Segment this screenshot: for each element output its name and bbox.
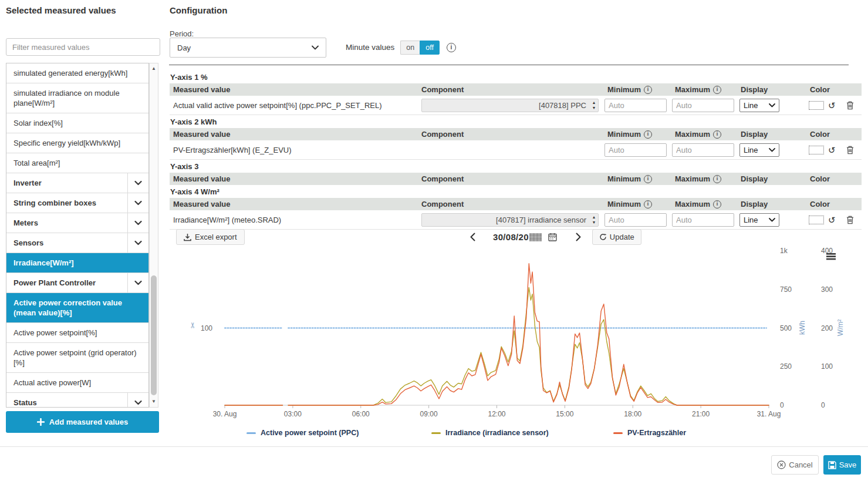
timeseries-chart: 30. Aug03:0006:0009:0012:0015:0018:0021:… <box>0 247 868 423</box>
update-button[interactable]: Update <box>592 229 641 245</box>
wm2-axis-label: W/m² <box>836 319 845 337</box>
delete-row-icon[interactable] <box>846 216 854 224</box>
legend-color-dash <box>613 432 623 434</box>
chevron-left-icon <box>470 233 475 241</box>
delete-row-icon[interactable] <box>846 101 854 110</box>
cancel-button[interactable]: Cancel <box>771 455 819 475</box>
col-minimum: Minimumi <box>604 83 672 96</box>
component-cell: [407818] PPC▴▾ <box>421 99 604 112</box>
chevron-down-icon <box>769 218 775 222</box>
info-icon[interactable]: i <box>713 175 721 183</box>
category-item[interactable]: Inverter <box>6 173 148 193</box>
category-item[interactable]: String combiner boxes <box>6 193 148 213</box>
list-item-label: Specific energy yield[kWh/kWp] <box>6 133 148 153</box>
measured-value-name: Irradiance[W/m²] (meteo.SRAD) <box>170 216 421 224</box>
col-display: Display <box>739 128 804 140</box>
color-swatch[interactable] <box>809 146 824 154</box>
measured-value-item[interactable]: Solar index[%] <box>6 113 148 133</box>
x-tick-label: 12:00 <box>488 410 505 418</box>
x-tick-label: 06:00 <box>352 410 370 418</box>
list-item-label: simulated irradiance on module plane[W/m… <box>6 83 148 113</box>
info-icon[interactable]: i <box>644 200 652 208</box>
color-swatch[interactable] <box>809 101 824 110</box>
color-swatch[interactable] <box>809 216 824 224</box>
chart-menu-icon[interactable] <box>826 253 836 255</box>
minute-values-off-toggle[interactable]: off <box>420 41 440 55</box>
legend-color-dash <box>246 432 256 434</box>
info-icon[interactable]: i <box>713 200 721 208</box>
download-icon <box>184 233 191 241</box>
col-maximum: Maximumi <box>672 128 739 140</box>
measured-value-item[interactable]: simulated generated energy[kWh] <box>6 63 148 83</box>
info-icon[interactable]: i <box>644 86 652 94</box>
info-icon[interactable]: i <box>713 130 721 139</box>
minimum-cell <box>604 213 672 227</box>
measured-value-row: Actual valid active power setpoint[%] (p… <box>170 96 862 115</box>
col-color: Color <box>804 173 862 185</box>
display-select[interactable]: Line <box>739 213 779 227</box>
page-title: Configuration <box>170 5 227 15</box>
legend-color-dash <box>431 432 441 434</box>
column-header-row: Measured valueComponentMinimumiMaximumiD… <box>170 128 862 140</box>
chart-legend: Active power setpoint (PPC)Irradiance (i… <box>170 429 862 439</box>
save-button[interactable]: Save <box>823 455 861 475</box>
display-select[interactable]: Line <box>739 143 779 157</box>
expand-chevron[interactable] <box>127 193 148 213</box>
measured-value-row: Irradiance[W/m²] (meteo.SRAD)[407817] ir… <box>170 210 862 230</box>
maximum-input[interactable] <box>672 213 734 227</box>
col-display: Display <box>739 173 804 185</box>
wm2-tick-label: 300 <box>821 285 833 294</box>
date-display[interactable]: 30/08/20 <box>493 232 542 242</box>
reset-color-icon[interactable]: ↺ <box>828 216 836 224</box>
info-icon[interactable]: i <box>644 130 652 139</box>
component-select[interactable]: [407817] irradiance sensor▴▾ <box>421 213 599 227</box>
reset-color-icon[interactable]: ↺ <box>828 101 836 110</box>
col-maximum: Maximumi <box>672 198 739 210</box>
scroll-up-icon[interactable]: ▲ <box>150 65 158 73</box>
previous-day-button[interactable] <box>466 231 479 244</box>
info-icon[interactable]: i <box>447 43 456 52</box>
category-item[interactable]: Meters <box>6 213 148 233</box>
x-tick-label: 18:00 <box>624 410 641 418</box>
filter-measured-values-input[interactable] <box>6 38 160 56</box>
calendar-icon[interactable] <box>548 233 557 241</box>
color-cell: ↺ <box>804 101 862 110</box>
legend-item[interactable]: Active power setpoint (PPC) <box>246 429 359 437</box>
reset-color-icon[interactable]: ↺ <box>828 146 836 154</box>
x-tick-label: 31. Aug <box>757 410 781 418</box>
maximum-input[interactable] <box>672 143 734 157</box>
series-line <box>288 264 769 405</box>
info-icon[interactable]: i <box>713 86 721 94</box>
maximum-cell <box>672 143 739 157</box>
period-select[interactable]: Day <box>170 38 326 58</box>
legend-item[interactable]: Irradiance (irradiance sensor) <box>431 429 549 437</box>
minimum-input[interactable] <box>604 99 667 112</box>
measured-value-item[interactable]: simulated irradiance on module plane[W/m… <box>6 83 148 113</box>
x-tick-label: 09:00 <box>420 410 438 418</box>
display-select[interactable]: Line <box>739 99 779 112</box>
minute-values-on-toggle[interactable]: on <box>400 41 420 55</box>
col-minimum: Minimumi <box>604 173 672 185</box>
display-cell: Line <box>739 99 804 112</box>
info-icon[interactable]: i <box>644 175 652 183</box>
expand-chevron[interactable] <box>127 213 148 233</box>
delete-row-icon[interactable] <box>846 146 854 154</box>
col-display: Display <box>739 198 804 210</box>
next-day-button[interactable] <box>572 231 585 244</box>
excel-export-button[interactable]: Excel export <box>176 229 245 245</box>
measured-value-item[interactable]: Specific energy yield[kWh/kWp] <box>6 133 148 153</box>
minimum-input[interactable] <box>604 213 667 227</box>
y-axis-section-title: Y-axis 4 W/m² <box>170 185 862 198</box>
maximum-input[interactable] <box>672 99 734 112</box>
chart-menu-icon[interactable] <box>826 255 836 257</box>
component-select[interactable]: [407818] PPC▴▾ <box>421 99 599 112</box>
redacted-year <box>529 233 542 241</box>
chart-menu-icon[interactable] <box>826 258 836 260</box>
expand-chevron[interactable] <box>127 173 148 193</box>
wm2-tick-label: 0 <box>821 401 825 409</box>
measured-value-item[interactable]: Total area[m²] <box>6 153 148 173</box>
period-label: Period: <box>170 29 194 38</box>
col-maximum: Maximumi <box>672 83 739 96</box>
legend-item[interactable]: PV-Ertragszähler <box>613 429 686 437</box>
minimum-input[interactable] <box>604 143 667 157</box>
